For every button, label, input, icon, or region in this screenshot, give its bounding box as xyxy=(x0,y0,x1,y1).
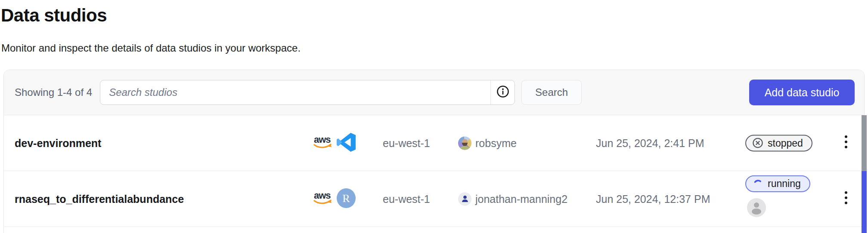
svg-text:aws: aws xyxy=(314,134,331,145)
search-input[interactable] xyxy=(100,80,490,104)
status-badge-stopped: stopped xyxy=(745,135,812,151)
add-data-studio-button[interactable]: Add data studio xyxy=(749,80,855,105)
status-label: running xyxy=(768,178,801,190)
vscode-icon xyxy=(336,132,356,154)
person-silhouette-icon xyxy=(749,200,764,215)
scrollbar-thumb-gray[interactable] xyxy=(862,115,867,171)
aws-logo-icon: aws xyxy=(312,189,332,209)
avatar-jonathan-manning2 xyxy=(458,192,471,205)
row-menu-button[interactable] xyxy=(838,134,854,153)
user-cell: robsyme xyxy=(458,136,517,150)
search-button[interactable]: Search xyxy=(521,80,582,105)
user-name: robsyme xyxy=(475,137,517,149)
region-label: eu-west-1 xyxy=(383,193,430,205)
aws-logo-icon: aws xyxy=(312,133,332,153)
page-subtitle: Monitor and inspect the details of data … xyxy=(1,42,301,54)
scrollbar-segment-blue[interactable] xyxy=(862,171,867,233)
spinner-icon xyxy=(752,178,763,190)
page-header: Data studios xyxy=(1,5,107,26)
table-row-rnaseq[interactable]: rnaseq_to_differentialabundance aws R eu… xyxy=(4,171,864,227)
studio-name[interactable]: rnaseq_to_differentialabundance xyxy=(15,193,184,205)
kebab-menu-icon xyxy=(843,135,849,152)
compute-env-icons: aws R xyxy=(312,188,356,210)
studio-name[interactable]: dev-environment xyxy=(15,137,101,149)
row-menu-button[interactable] xyxy=(838,190,854,208)
svg-text:aws: aws xyxy=(314,190,331,201)
studios-card: Showing 1-4 of 4 Search Add data studio … xyxy=(3,70,865,233)
toolbar: Showing 1-4 of 4 Search Add data studio xyxy=(4,70,864,115)
created-date: Jun 25, 2024, 12:37 PM xyxy=(596,193,710,205)
svg-text:R: R xyxy=(342,192,350,205)
compute-env-icons: aws xyxy=(312,132,356,154)
info-circle-icon xyxy=(496,85,510,100)
user-cell: jonathan-manning2 xyxy=(458,192,567,205)
avatar-robsyme xyxy=(458,136,471,150)
showing-count: Showing 1-4 of 4 xyxy=(15,86,92,98)
region-label: eu-west-1 xyxy=(383,137,430,149)
rstudio-icon: R xyxy=(336,188,356,210)
status-cell: running xyxy=(745,175,810,217)
person-icon xyxy=(460,194,470,204)
kebab-menu-icon xyxy=(843,190,849,208)
page-title: Data studios xyxy=(1,5,107,26)
created-date: Jun 25, 2024, 2:41 PM xyxy=(596,137,704,149)
status-badge-running: running xyxy=(745,175,810,192)
user-name: jonathan-manning2 xyxy=(475,193,567,205)
search-info-button[interactable] xyxy=(490,80,515,104)
avatar-generic xyxy=(747,198,766,217)
status-label: stopped xyxy=(768,137,803,149)
status-cell: stopped xyxy=(745,135,812,151)
search-group xyxy=(100,80,515,105)
circle-x-icon xyxy=(752,138,763,149)
table-row-partial xyxy=(4,227,864,233)
table-row-dev-environment[interactable]: dev-environment aws eu-west-1 xyxy=(4,115,864,171)
